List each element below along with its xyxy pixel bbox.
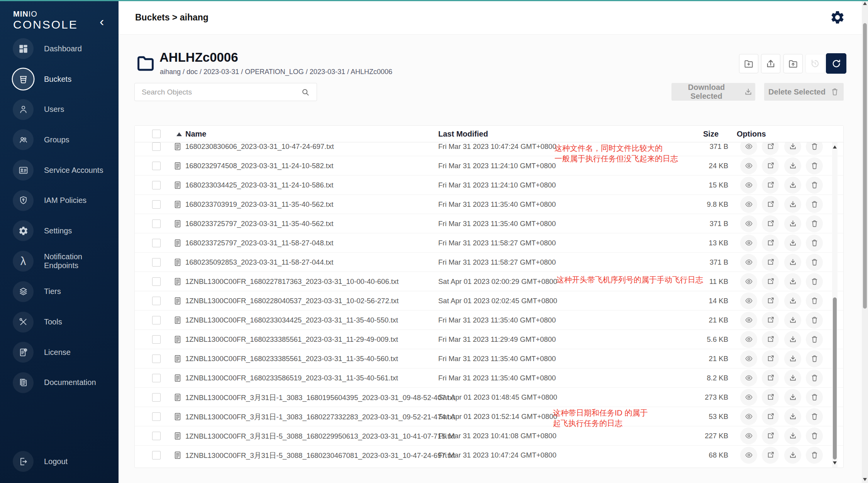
download-button[interactable] [784, 142, 801, 155]
table-scroll-up-icon[interactable] [833, 145, 837, 149]
delete-button[interactable] [806, 235, 823, 252]
table-row[interactable]: 1680230830606_2023-03-31_10-47-24-697.tx… [135, 142, 843, 156]
delete-button[interactable] [806, 350, 823, 367]
sidebar-item-license[interactable]: License [0, 337, 119, 368]
table-row[interactable]: 1ZNBL1300C00FR_1680227817363_2023-03-31_… [135, 272, 843, 291]
row-checkbox[interactable] [152, 451, 161, 459]
column-header-last-modified[interactable]: Last Modified [438, 126, 488, 142]
download-button[interactable] [784, 427, 801, 444]
table-row[interactable]: 1680233725797_2023-03-31_11-58-27-048.tx… [135, 233, 843, 253]
download-button[interactable] [784, 215, 801, 232]
download-button[interactable] [784, 292, 801, 309]
share-button[interactable] [762, 427, 779, 444]
preview-button[interactable] [740, 447, 757, 464]
preview-button[interactable] [740, 350, 757, 367]
share-button[interactable] [762, 350, 779, 367]
download-button[interactable] [784, 157, 801, 174]
delete-button[interactable] [806, 273, 823, 290]
share-button[interactable] [762, 447, 779, 464]
sidebar-item-settings[interactable]: Settings [0, 216, 119, 246]
sidebar-item-groups[interactable]: Groups [0, 125, 119, 155]
share-button[interactable] [762, 196, 779, 213]
row-checkbox[interactable] [152, 181, 161, 189]
sidebar-item-notification-endpoints[interactable]: λNotification Endpoints [0, 246, 119, 277]
download-button[interactable] [784, 235, 801, 252]
row-checkbox[interactable] [152, 393, 161, 402]
delete-button[interactable] [806, 254, 823, 271]
row-checkbox[interactable] [152, 316, 161, 324]
share-button[interactable] [762, 292, 779, 309]
preview-button[interactable] [740, 157, 757, 174]
delete-button[interactable] [806, 215, 823, 232]
delete-button[interactable] [806, 331, 823, 348]
delete-button[interactable] [806, 447, 823, 464]
preview-button[interactable] [740, 196, 757, 213]
select-all-checkbox[interactable] [152, 130, 161, 138]
window-scroll-down-icon[interactable] [863, 478, 867, 481]
sidebar-item-dashboard[interactable]: Dashboard [0, 34, 119, 64]
preview-button[interactable] [740, 292, 757, 309]
share-button[interactable] [762, 312, 779, 329]
column-header-name[interactable]: Name [185, 126, 206, 142]
share-button[interactable] [762, 235, 779, 252]
share-button[interactable] [762, 408, 779, 425]
download-button[interactable] [784, 177, 801, 194]
delete-button[interactable] [806, 142, 823, 155]
download-button[interactable] [784, 331, 801, 348]
download-button[interactable] [784, 350, 801, 367]
preview-button[interactable] [740, 408, 757, 425]
search-input[interactable] [141, 88, 300, 97]
download-button[interactable] [784, 389, 801, 406]
share-button[interactable] [762, 389, 779, 406]
column-header-size[interactable]: Size [703, 126, 719, 142]
preview-button[interactable] [740, 331, 757, 348]
table-row[interactable]: 1ZNBL1300C00FR_3月31日-5_3088_168022995061… [135, 426, 843, 446]
preview-button[interactable] [740, 389, 757, 406]
row-checkbox[interactable] [152, 142, 161, 151]
row-checkbox[interactable] [152, 412, 161, 421]
row-checkbox[interactable] [152, 258, 161, 267]
share-button[interactable] [762, 142, 779, 155]
delete-button[interactable] [806, 312, 823, 329]
share-button[interactable] [762, 215, 779, 232]
sidebar-item-tiers[interactable]: Tiers [0, 277, 119, 307]
download-selected-button[interactable]: Download Selected [671, 83, 755, 101]
table-row[interactable]: 1680233034425_2023-03-31_11-24-10-586.tx… [135, 176, 843, 195]
share-button[interactable] [762, 370, 779, 387]
sort-asc-icon[interactable] [176, 126, 182, 142]
window-scroll-up-icon[interactable] [863, 2, 867, 5]
upload-folder-button[interactable] [783, 54, 803, 73]
download-button[interactable] [784, 196, 801, 213]
table-scrollbar-thumb[interactable] [833, 297, 837, 459]
window-scrollbar-thumb[interactable] [863, 23, 867, 309]
row-checkbox[interactable] [152, 220, 161, 228]
preview-button[interactable] [740, 177, 757, 194]
row-checkbox[interactable] [152, 297, 161, 305]
gear-icon[interactable] [830, 10, 845, 25]
row-checkbox[interactable] [152, 374, 161, 382]
table-row[interactable]: 1ZNBL1300C00FR_1680233385561_2023-03-31_… [135, 330, 843, 349]
share-button[interactable] [762, 254, 779, 271]
download-button[interactable] [784, 408, 801, 425]
sidebar-item-tools[interactable]: Tools [0, 307, 119, 337]
table-row[interactable]: 1ZNBL1300C00FR_1680233034425_2023-03-31_… [135, 311, 843, 330]
sidebar-item-logout[interactable]: Logout [0, 446, 119, 477]
preview-button[interactable] [740, 235, 757, 252]
table-row[interactable]: 1ZNBL1300C00FR_3月31日-1_3083_168022733228… [135, 407, 843, 426]
row-checkbox[interactable] [152, 432, 161, 440]
download-button[interactable] [784, 254, 801, 271]
preview-button[interactable] [740, 215, 757, 232]
sidebar-item-iam-policies[interactable]: IAM Policies [0, 185, 119, 216]
table-row[interactable]: 1680232974508_2023-03-31_11-24-10-582.tx… [135, 156, 843, 176]
row-checkbox[interactable] [152, 277, 161, 286]
window-scrollbar[interactable] [862, 0, 868, 483]
row-checkbox[interactable] [152, 355, 161, 363]
row-checkbox[interactable] [152, 200, 161, 209]
delete-button[interactable] [806, 196, 823, 213]
row-checkbox[interactable] [152, 239, 161, 247]
sidebar-collapse-icon[interactable]: ‹ [100, 15, 104, 28]
create-path-button[interactable] [739, 54, 758, 73]
upload-file-button[interactable] [761, 54, 780, 73]
share-button[interactable] [762, 331, 779, 348]
preview-button[interactable] [740, 254, 757, 271]
